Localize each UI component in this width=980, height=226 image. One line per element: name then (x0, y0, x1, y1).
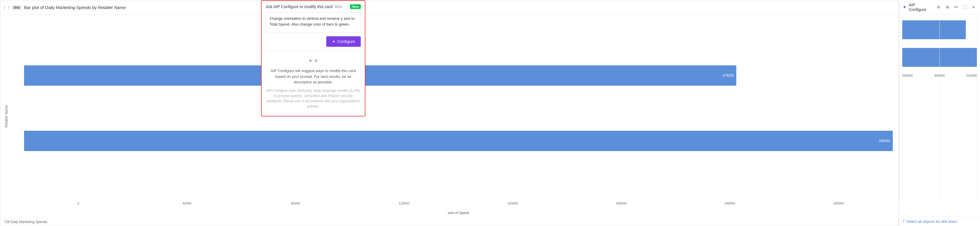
chart-area: Retailer Name 478256 (3, 18, 893, 215)
bar-row: 478256 (24, 63, 893, 88)
expand-icon[interactable]: ⛶ (961, 4, 968, 10)
aip-disclaimer: AIP Configure uses third-party large lan… (266, 88, 361, 112)
main-container: ⋮⋮ $ND Bar plot of Daily Marketing Spend… (0, 0, 980, 226)
aip-beta-label: Beta (335, 5, 342, 9)
chart-title: Bar plot of Daily Marketing Spends by Re… (24, 5, 126, 10)
chart-plot: 478256 348391 0 40000 (10, 18, 893, 215)
new-badge: New (350, 4, 361, 9)
aip-header: Ask AIP Configure to modify this card Be… (262, 1, 365, 13)
right-grid (902, 18, 977, 199)
x-tick-1: 40000 (133, 202, 241, 205)
right-panel-title: AIP Configure (909, 3, 933, 12)
right-panel-header: ✦ AIP Configure ⚙ 🖥 ••• ⛶ ✕ (899, 0, 980, 14)
aip-prompt-area[interactable]: Change orientation to vertical and renam… (266, 13, 361, 33)
configure-label: Configure (337, 39, 355, 44)
right-grid-line (939, 18, 940, 199)
right-x-tick-1: 480000 (934, 74, 945, 77)
right-x-tick-2: 520000 (966, 74, 977, 77)
drill-down-icon: ⤴ (903, 219, 905, 224)
x-tick-7: 280000 (784, 202, 893, 205)
right-chart-body: 440000 480000 520000 (899, 14, 980, 216)
right-grid-line (902, 18, 902, 199)
drag-icon: ⋮⋮ (4, 5, 10, 10)
chart-footer: 728 Daily Marketing Spends (0, 218, 899, 226)
drill-down-link[interactable]: Select all objects for drill down (907, 219, 957, 224)
chart-panel: ⋮⋮ $ND Bar plot of Daily Marketing Spend… (0, 0, 899, 226)
right-footer: ⤴ Select all objects for drill down (899, 216, 980, 226)
aip-stars-icon: ✦✦ (307, 57, 319, 65)
more-icon[interactable]: ••• (953, 4, 959, 10)
configure-icon: ✦ (332, 39, 336, 44)
bars-container: 478256 348391 (10, 18, 893, 202)
bar-1: 478256 (24, 65, 736, 86)
right-bar-2 (902, 48, 977, 67)
aip-title: Ask AIP Configure to modify this card (266, 4, 332, 9)
chart-body: Retailer Name 478256 (0, 15, 899, 218)
bar-2-label: 348391 (879, 139, 891, 143)
right-x-tick-0: 440000 (902, 74, 913, 77)
close-icon[interactable]: ✕ (970, 4, 977, 10)
bar-2: 348391 (24, 131, 893, 151)
aip-info-text: AIP Configure will suggest ways to modif… (266, 68, 361, 85)
bar-1-label: 478256 (722, 74, 734, 78)
right-bar-row-2 (902, 45, 977, 70)
bar-row: 348391 (24, 128, 893, 154)
x-tick-5: 200000 (567, 202, 676, 205)
x-tick-2: 80000 (241, 202, 350, 205)
right-x-axis: 440000 480000 520000 (902, 73, 977, 79)
x-tick-0: 0 (24, 202, 133, 205)
aip-info-section: ✦✦ AIP Configure will suggest ways to mo… (262, 51, 365, 116)
chart-header: ⋮⋮ $ND Bar plot of Daily Marketing Spend… (0, 0, 899, 15)
right-panel: ✦ AIP Configure ⚙ 🖥 ••• ⛶ ✕ (899, 0, 980, 226)
x-tick-4: 160000 (458, 202, 567, 205)
nd-badge: $ND (12, 5, 22, 10)
gear-icon[interactable]: ⚙ (935, 4, 942, 10)
x-axis: 0 40000 80000 120000 160000 200000 24000… (10, 202, 893, 210)
monitor-icon[interactable]: 🖥 (944, 4, 950, 10)
right-bar-row-1 (902, 18, 977, 42)
aip-configure-panel-icon: ✦ (903, 4, 907, 10)
x-tick-6: 240000 (676, 202, 784, 205)
x-tick-3: 120000 (350, 202, 458, 205)
aip-overlay: Ask AIP Configure to modify this card Be… (261, 0, 365, 117)
right-bar-1 (902, 20, 966, 39)
y-axis-label: Retailer Name (3, 18, 10, 215)
configure-button[interactable]: ✦ Configure (326, 36, 361, 47)
x-axis-label: sum of Spend (10, 210, 893, 215)
